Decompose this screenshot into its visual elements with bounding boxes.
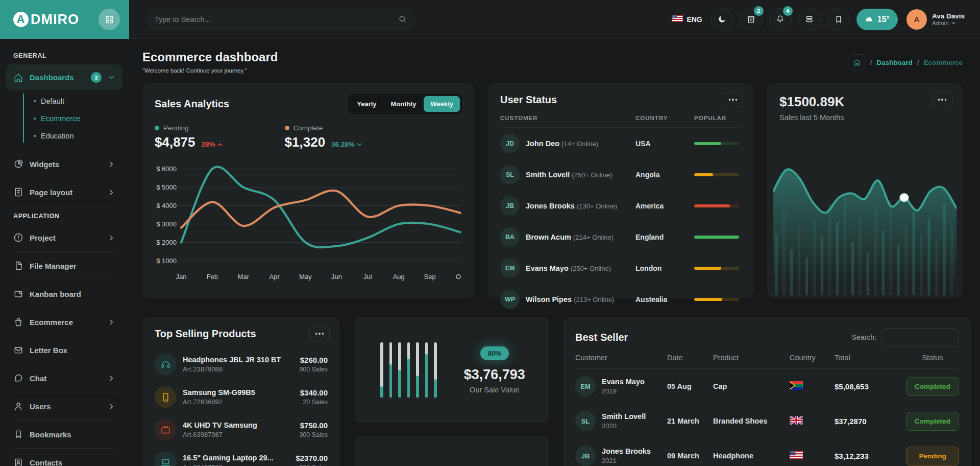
breadcrumb-home-icon[interactable] [849,54,865,71]
sidebar-item-chat[interactable]: Chat [6,365,122,391]
sidebar-toggle-button[interactable] [99,9,120,30]
best-seller-row[interactable]: EMEvans Mayo201905 AugCap$5,08,653Comple… [575,369,959,404]
search-icon[interactable] [398,15,407,24]
best-seller-row[interactable]: JBJones Brooks202109 MarchHeadphone$3,12… [575,438,959,466]
logo-area: ADMIRO [0,0,129,39]
stat-value: $4,875 [155,134,195,150]
sales-summary-label: Sales last 5 Months [779,113,950,122]
sidebar-divider [12,336,116,336]
store-icon [746,14,756,24]
sales-analytics-card: Sales Analytics YearlyMonthlyWeekly Pend… [142,83,474,298]
stat-change[interactable]: 36.28% [331,141,363,148]
svg-text:Jul: Jul [363,273,372,281]
sidebar-item-project[interactable]: Project [6,225,122,250]
apps-button[interactable] [798,8,821,31]
sidebar-item-widgets[interactable]: Widgets [6,151,122,177]
customer-name: Evans Mayo (250+ Online) [526,264,611,272]
chevR-icon [108,403,115,410]
sidebar-item-bookmarks[interactable]: Bookmarks [6,422,122,447]
tab-monthly[interactable]: Monthly [384,96,423,112]
customer-country: England [635,233,694,241]
popularity-bar [694,173,739,176]
product-row[interactable]: 4K UHD TV SamsungArt.63987987$750.00300 … [155,413,328,446]
sidebar-item-dashboards[interactable]: Dashboards3 [6,64,122,90]
more-options-button[interactable] [932,92,952,107]
sale-value-percent-badge: 80% [480,346,509,360]
sidebar-item-users[interactable]: Users [6,393,122,419]
flag-us-icon [790,451,803,459]
sidebar-item-contacts[interactable]: Contacts [6,450,122,466]
seller-total: $5,08,653 [835,382,906,391]
dark-mode-toggle[interactable] [711,8,733,31]
sidebar-item-label: Project [30,234,102,242]
top-selling-products-card: Top Selling Products Headphones JBL JR 3… [142,317,340,466]
weather-widget[interactable]: 15° [856,9,898,30]
svg-text:Jan: Jan [176,273,187,281]
best-seller-row[interactable]: SLSmith Lovell202021 MarchBranded Shoes$… [575,404,959,438]
more-options-button[interactable] [309,326,330,341]
product-row[interactable]: 16.5" Gaming Laptop 29...Art.73497990$23… [155,446,328,466]
notifications-button[interactable]: 4 [769,8,792,31]
sales-summary-value: $1500.89K [779,94,950,110]
user-status-row[interactable]: SLSmith Lovell (250+ Online)Angola [500,159,741,190]
status-badge[interactable]: Completed [906,412,959,431]
admiro-logo[interactable]: ADMIRO [13,12,79,28]
more-options-button[interactable] [723,92,743,107]
sidebar-subitem-ecommerce[interactable]: Ecommerce [0,110,129,127]
sidebar-item-ecommerce[interactable]: Ecommerce [6,309,122,335]
bookmark-button[interactable] [827,8,850,31]
user-status-row[interactable]: WPWilson Pipes (213+ Online)Austealia [500,284,741,315]
sidebar-item-letter-box[interactable]: Letter Box [6,337,122,363]
customer-name: Jones Brooks (130+ Online) [526,202,617,210]
product-icon-wrap [155,452,176,466]
user-status-row[interactable]: BABrown Acum (214+ Online)England [500,221,741,252]
product-row[interactable]: Samsung SM-G99B5Art.72636892$340.0020 Sa… [155,381,328,413]
user-status-title: User Status [500,94,741,106]
avatar: EM [575,376,596,397]
tab-yearly[interactable]: Yearly [350,96,383,112]
svg-text:Mar: Mar [238,273,250,281]
language-selector[interactable]: ENG [672,15,702,24]
user-menu[interactable]: A Ava Davis Admin [906,9,965,30]
product-icon-wrap [155,386,176,408]
status-badge[interactable]: Pending [906,447,959,465]
weather-temp: 15° [877,15,890,24]
sidebar-item-page-layout[interactable]: Page layout [6,179,122,205]
popularity-bar [694,204,739,207]
mini-bar [434,342,437,398]
product-article: Art.23879088 [183,365,292,373]
popularity-bar [694,236,739,239]
tab-weekly[interactable]: Weekly [424,96,460,112]
mini-bar [416,342,419,398]
user-status-row[interactable]: JDJohn Deo (14+ Online)USA [500,128,741,159]
product-row[interactable]: Headphones JBL JR 310 BTArt.23879088$260… [155,348,328,381]
sidebar-subitem-default[interactable]: Default [0,92,129,110]
product-sales: 900 Sales [299,366,328,373]
sidebar-divider [12,420,116,421]
product-article: Art.73497990 [183,463,289,466]
best-seller-search-input[interactable] [881,328,959,346]
breadcrumb-ecommerce[interactable]: Ecommerce [923,59,963,66]
breadcrumb-separator: / [870,59,872,66]
user-status-row[interactable]: EMEvans Mayo (250+ Online)London [500,252,741,284]
headphones-icon [160,359,171,370]
customer-name: Smith Lovell (250+ Online) [526,171,612,179]
sidebar-divider [12,448,116,449]
chevR-icon [108,234,115,242]
sidebar-item-kanban-board[interactable]: Kanban board [6,281,122,307]
svg-text:$ 1000: $ 1000 [156,257,177,265]
cart-button[interactable]: 2 [740,8,763,31]
header-main: ENG 2 4 15° A Ava Davis [129,0,980,39]
best-seller-search: Search: [852,328,959,346]
home-icon [13,73,23,83]
seller-customer-name: Evans Mayo [602,378,645,386]
sidebar-subitem-education[interactable]: Education [0,127,129,145]
search-input[interactable] [155,15,398,24]
status-badge[interactable]: Completed [906,377,959,396]
breadcrumb-dashboard[interactable]: Dashboard [876,59,913,66]
user-status-row[interactable]: JBJones Brooks (130+ Online)America [500,190,741,221]
svg-text:Apr: Apr [270,273,280,281]
sidebar-item-file-manager[interactable]: File Manager [6,253,122,278]
seller-year: 2021 [602,457,651,464]
breadcrumb-separator: / [917,59,919,66]
